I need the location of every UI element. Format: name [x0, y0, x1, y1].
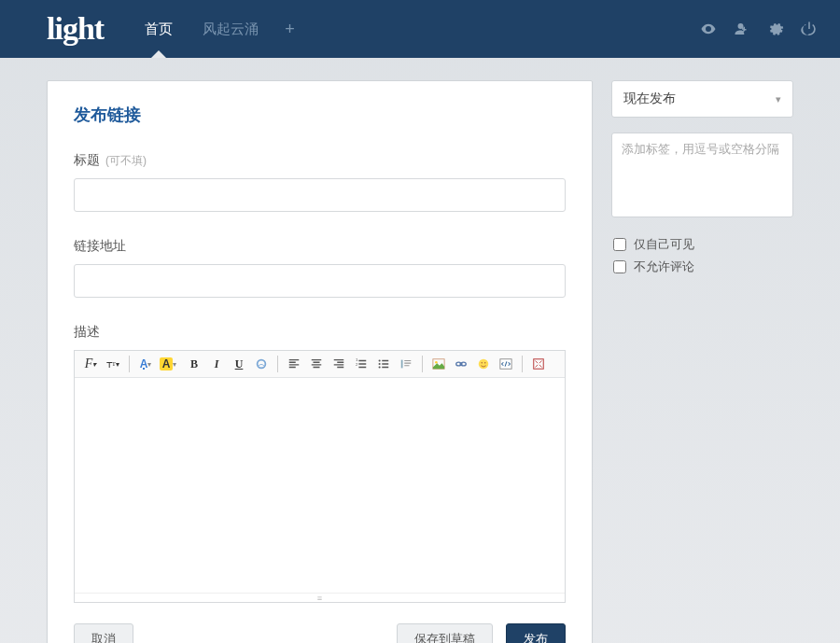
insert-link-button[interactable] [451, 355, 471, 373]
svg-rect-6 [401, 360, 403, 369]
rich-editor: F▾ ᴛT▾ A▾ A▾ B I U [74, 350, 566, 603]
toolbar-separator [522, 356, 523, 372]
title-field: 标题 (可不填) [74, 152, 566, 212]
title-input[interactable] [74, 178, 566, 212]
nav-links: 首页 风起云涌 + [130, 0, 306, 58]
svg-rect-15 [534, 359, 544, 370]
svg-point-5 [379, 366, 381, 368]
unordered-list-button[interactable] [373, 355, 394, 373]
font-family-button[interactable]: F▾ [80, 355, 101, 373]
add-user-icon[interactable] [734, 21, 750, 37]
title-label: 标题 (可不填) [74, 152, 566, 169]
toolbar-separator [422, 356, 423, 372]
editor-body[interactable] [75, 378, 565, 593]
align-right-button[interactable] [329, 355, 349, 373]
bold-button[interactable]: B [184, 355, 204, 373]
gear-icon[interactable] [767, 21, 784, 37]
backcolor-button[interactable]: A▾ [158, 355, 178, 373]
toolbar-separator [129, 356, 130, 372]
url-field: 链接地址 [74, 238, 566, 298]
navbar: light 首页 风起云涌 + [0, 0, 840, 58]
publish-time-select[interactable]: 现在发布 ▾ [611, 80, 793, 118]
underline-button[interactable]: U [229, 355, 249, 373]
url-input[interactable] [74, 264, 566, 298]
clear-format-button[interactable] [251, 355, 272, 373]
align-left-button[interactable] [284, 355, 304, 373]
svg-text:2: 2 [356, 362, 358, 367]
nav-add-button[interactable]: + [273, 20, 306, 39]
url-label: 链接地址 [74, 238, 566, 255]
panel-title: 发布链接 [74, 104, 566, 126]
chevron-down-icon: ▾ [776, 93, 781, 105]
toolbar-separator [277, 356, 278, 372]
no-comment-label: 不允许评论 [634, 259, 694, 275]
nav-item-fengqi[interactable]: 风起云涌 [188, 0, 273, 58]
cancel-button[interactable]: 取消 [74, 623, 133, 643]
fullscreen-button[interactable] [528, 355, 549, 373]
main-panel: 发布链接 标题 (可不填) 链接地址 描述 F▾ ᴛT▾ [47, 80, 593, 643]
private-checkbox[interactable] [613, 238, 626, 251]
editor-resize-handle[interactable]: ≡ [75, 593, 565, 602]
publish-button[interactable]: 发布 [506, 623, 566, 643]
eye-icon[interactable] [700, 21, 717, 37]
font-size-button[interactable]: ᴛT▾ [103, 355, 123, 373]
svg-point-11 [479, 359, 489, 370]
nav-right [700, 21, 818, 37]
forecolor-button[interactable]: A▾ [135, 355, 156, 373]
italic-button[interactable]: I [206, 355, 227, 373]
title-label-text: 标题 [74, 152, 100, 169]
private-label: 仅自己可见 [634, 236, 694, 253]
insert-image-button[interactable] [428, 355, 449, 373]
no-comment-checkbox[interactable] [613, 260, 626, 273]
sidebar: 现在发布 ▾ 仅自己可见 不允许评论 [611, 80, 793, 643]
blockquote-button[interactable] [396, 355, 416, 373]
page-body: 发布链接 标题 (可不填) 链接地址 描述 F▾ ᴛT▾ [0, 58, 840, 643]
main-actions: 取消 保存到草稿 发布 [74, 623, 566, 643]
svg-point-13 [484, 362, 486, 364]
logo[interactable]: light [47, 11, 104, 47]
publish-time-label: 现在发布 [623, 91, 676, 107]
svg-point-4 [379, 363, 381, 365]
svg-point-12 [481, 362, 483, 364]
desc-field: 描述 F▾ ᴛT▾ A▾ A▾ B I U [74, 324, 566, 603]
title-hint: (可不填) [105, 153, 147, 169]
svg-point-3 [379, 359, 381, 361]
insert-code-button[interactable] [496, 355, 516, 373]
align-center-button[interactable] [306, 355, 327, 373]
insert-emoji-button[interactable] [473, 355, 494, 373]
power-icon[interactable] [801, 21, 818, 37]
tags-input[interactable] [622, 141, 783, 206]
no-comment-checkbox-row[interactable]: 不允许评论 [611, 259, 793, 275]
nav-item-home[interactable]: 首页 [130, 0, 188, 58]
private-checkbox-row[interactable]: 仅自己可见 [611, 236, 793, 253]
editor-toolbar: F▾ ᴛT▾ A▾ A▾ B I U [75, 351, 565, 378]
tags-box[interactable] [611, 133, 793, 217]
ordered-list-button[interactable]: 12 [351, 355, 371, 373]
desc-label: 描述 [74, 324, 566, 341]
visibility-options: 仅自己可见 不允许评论 [611, 232, 793, 281]
save-draft-button[interactable]: 保存到草稿 [397, 623, 493, 643]
